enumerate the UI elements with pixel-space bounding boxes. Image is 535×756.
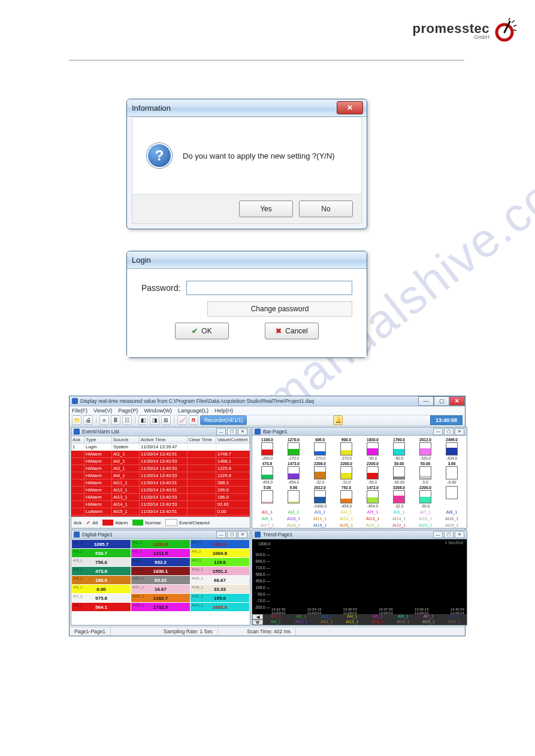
table-row[interactable]: HiAlarmAI12_111/20/14 13:40:51199.0	[71, 487, 250, 494]
dialog-title: Information	[127, 99, 367, 117]
channel-label: AI6_1	[386, 509, 412, 515]
filter-all[interactable]: ✔All	[86, 520, 98, 526]
panel-icon	[255, 532, 261, 538]
menu-item[interactable]: View(V)	[93, 408, 112, 414]
digital-cell: AI3_1286.9	[191, 540, 249, 548]
legend-item: AI15_1	[416, 620, 442, 625]
toolbar-button[interactable]: 🖨	[83, 415, 93, 425]
change-password-button[interactable]: Change password	[207, 301, 352, 317]
maximize-icon[interactable]: ▢	[444, 428, 454, 435]
bar-gauge: 2200.0-10.0	[334, 462, 359, 484]
table-row[interactable]: LoAlarmAI15_111/20/14 13:40:510.00	[71, 508, 250, 515]
password-label: Password:	[141, 283, 180, 293]
menu-item[interactable]: Window(W)	[144, 408, 172, 414]
toolbar-button[interactable]: ☷	[122, 415, 132, 425]
svg-line-4	[509, 18, 510, 20]
digital-cell: AI2_1530.7	[72, 549, 131, 557]
toolbar-button[interactable]: ≡	[99, 415, 109, 425]
table-row[interactable]: HiAlarmAI4_111/20/14 13:40:531229.8	[71, 472, 250, 479]
channel-label: AI19_1	[307, 523, 333, 528]
legend-item: AI3_1	[314, 614, 340, 620]
bar-gauge: 1270.0-270.0	[281, 438, 306, 460]
filter-alarm[interactable]: Alarm	[102, 520, 128, 526]
maximize-icon[interactable]: ▢	[227, 428, 237, 435]
column-header[interactable]: Ack	[71, 436, 84, 443]
toolbar-button[interactable]: ⊞	[161, 415, 171, 425]
minimize-icon[interactable]: —	[216, 531, 226, 538]
close-icon[interactable]: ✕	[238, 428, 247, 435]
table-header: AckTypeSourceActive TimeClear TimeValue/…	[71, 436, 250, 444]
bar-gauge	[439, 485, 464, 508]
digital-cell: AI14_183.33	[131, 576, 190, 584]
cancel-button[interactable]: ✖Cancel	[265, 323, 319, 339]
minimize-icon[interactable]: —	[433, 428, 443, 435]
ok-button[interactable]: ✔OK	[175, 323, 229, 339]
toolbar-button[interactable]: ◧	[138, 415, 148, 425]
legend-item: AI1_1	[263, 614, 289, 620]
digital-cell: AI17_116.67	[131, 585, 190, 593]
toolbar-button[interactable]: ◨	[150, 415, 159, 425]
menu-item[interactable]: Page(P)	[118, 408, 138, 414]
legend-item: AI6_1	[391, 614, 416, 620]
main-app-window: Display real-time measured value from C:…	[69, 396, 466, 636]
ack-button[interactable]: Ack	[74, 520, 81, 526]
table-row[interactable]: HiAlarmAI13_111/20/14 13:40:53186.0	[71, 494, 250, 501]
minimize-icon[interactable]: —	[433, 531, 443, 538]
toolbar-button[interactable]: ≣	[111, 415, 120, 425]
maximize-icon[interactable]: ▢	[227, 531, 237, 538]
column-header[interactable]: Source	[112, 436, 140, 443]
table-row[interactable]: HiAlarmAI1_111/20/14 13:40:511748.7	[71, 451, 250, 458]
toolbar-button[interactable]: 📈	[177, 415, 187, 425]
recorder-dropdown[interactable]: Recorder(All:1/1)	[200, 415, 247, 425]
minimize-icon[interactable]: —	[216, 428, 226, 435]
column-header[interactable]: Value/Content	[216, 436, 250, 443]
login-dialog: Login Password: Change password ✔OK ✖Can…	[126, 251, 367, 358]
close-icon[interactable]: ✕	[455, 531, 464, 538]
channel-label: AI18_1	[281, 523, 306, 528]
bar-gauge: 1472.0-454.0	[360, 485, 385, 508]
trend-mode: 1 Sec/Dot	[445, 541, 463, 545]
legend-item: AI8_1	[442, 614, 467, 620]
maximize-icon[interactable]: ▢	[434, 396, 449, 406]
toolbar-button[interactable]: 📁	[72, 415, 81, 425]
record-icon[interactable]: R	[189, 415, 198, 425]
table-row[interactable]: HiAlarmAI3_111/20/14 13:40:531225.8	[71, 465, 250, 472]
table-row[interactable]: HiAlarmAI11_111/20/14 13:40:51388.2	[71, 479, 250, 487]
maximize-icon[interactable]: ▢	[444, 531, 454, 538]
table-row[interactable]: 1LoginSystem11/20/14 13:39:47	[71, 444, 250, 451]
column-header[interactable]: Active Time	[140, 436, 188, 443]
table-row[interactable]: HiAlarmAI2_111/20/14 13:40:531488.1	[71, 458, 250, 465]
check-icon: ✔	[192, 327, 198, 335]
digital-cell: AI12_11551.1	[191, 567, 249, 575]
svg-line-3	[513, 30, 516, 31]
yes-button[interactable]: Yes	[239, 201, 293, 217]
close-icon[interactable]: ✕	[238, 531, 247, 538]
legend-item: AI16_1	[442, 620, 467, 625]
close-icon[interactable]: ✕	[449, 396, 465, 406]
filter-cleared[interactable]: Event/Cleared	[165, 519, 210, 526]
table-row[interactable]: HiAlarmAI14_111/20/14 13:40:5392.83	[71, 501, 250, 508]
close-icon[interactable]: ✕	[337, 101, 363, 114]
bell-icon[interactable]: 🔔	[333, 415, 343, 425]
menu-item[interactable]: File(F)	[72, 408, 87, 414]
trend-nav-button[interactable]: ◀	[252, 614, 263, 620]
trend-legend: ◀WAI1_1AI2_1AI3_1AI4_1AI5_1AI6_1AI7_1AI8…	[252, 614, 467, 625]
menu-item[interactable]: Help(H)	[214, 408, 233, 414]
status-scan: Scan Time: 402 ms	[242, 627, 296, 636]
digital-cell: AI8_1564.1	[72, 603, 131, 611]
column-header[interactable]: Clear Time	[188, 436, 216, 443]
no-button[interactable]: No	[299, 201, 353, 217]
minimize-icon[interactable]: —	[418, 396, 434, 406]
trend-nav-button[interactable]: W	[252, 620, 263, 625]
legend-item: AI5_1	[365, 614, 391, 620]
filter-normal[interactable]: Normal	[132, 520, 161, 526]
close-icon[interactable]: ✕	[455, 428, 464, 435]
column-header[interactable]: Type	[84, 436, 112, 443]
legend-item: AI4_1	[340, 614, 365, 620]
channel-label: AI17_1	[255, 523, 280, 528]
password-input[interactable]	[186, 281, 352, 295]
menu-item[interactable]: Language(L)	[178, 408, 208, 414]
digital-cell: AI9_1119.6	[191, 558, 249, 566]
app-title: Display real-time measured value from C:…	[80, 398, 314, 404]
status-rate: Sampling Rate: 1 Sec	[159, 627, 218, 636]
